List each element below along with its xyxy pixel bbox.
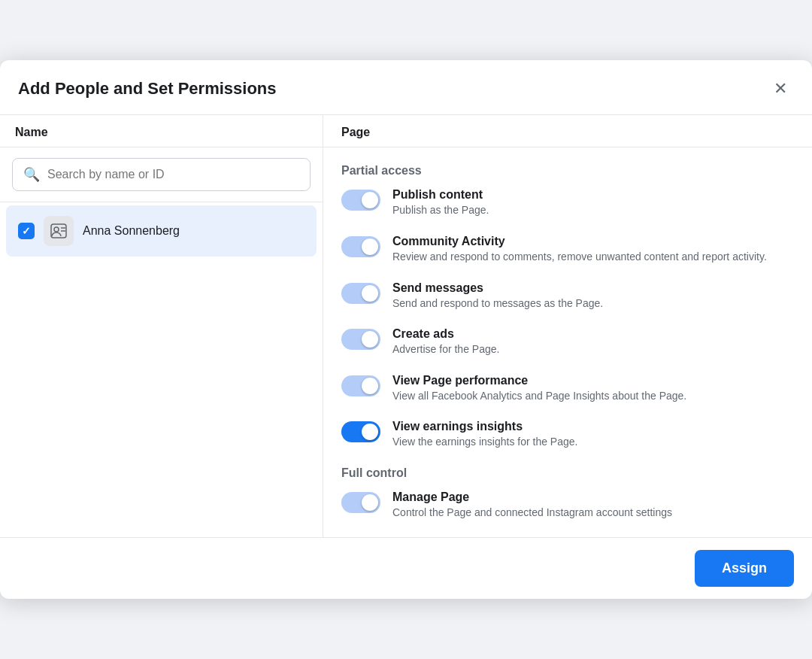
toggle-view-page-performance[interactable] [341,375,380,396]
toggle-create-ads[interactable] [341,329,380,350]
person-checkbox[interactable]: ✓ [18,223,35,239]
perm-info-view-earnings: View earnings insights View the earnings… [392,420,794,450]
modal-footer: Assign [0,537,812,599]
search-icon: 🔍 [23,166,40,183]
perm-name-send-messages: Send messages [392,281,794,295]
name-column-header: Name [0,115,323,147]
modal: Add People and Set Permissions ✕ Name 🔍 … [0,60,812,598]
perm-info-send-messages: Send messages Send and respond to messag… [392,281,794,311]
search-input[interactable] [47,168,299,181]
svg-point-1 [54,227,59,232]
perm-info-manage-page: Manage Page Control the Page and connect… [392,490,794,521]
close-icon: ✕ [774,79,787,99]
perm-desc-publish-content: Publish as the Page. [392,203,794,218]
avatar [44,216,74,246]
page-column-header: Page [323,115,812,147]
perm-name-publish-content: Publish content [392,188,794,202]
permission-item-send-messages: Send messages Send and respond to messag… [341,281,794,311]
modal-title: Add People and Set Permissions [18,79,277,99]
perm-info-create-ads: Create ads Advertise for the Page. [392,327,794,357]
perm-name-create-ads: Create ads [392,327,794,341]
toggle-send-messages[interactable] [341,283,380,304]
person-list-item[interactable]: ✓ Anna Sonnenberg [6,205,317,257]
perm-name-community-activity: Community Activity [392,235,794,248]
search-container: 🔍 [0,147,323,202]
permission-item-manage-page: Manage Page Control the Page and connect… [341,490,794,521]
modal-header: Add People and Set Permissions ✕ [0,60,812,115]
toggle-manage-page[interactable] [341,492,380,513]
full-control-section: Full control Manage Page Control the Pag… [341,466,794,521]
permission-item-view-earnings: View earnings insights View the earnings… [341,420,794,450]
assign-button[interactable]: Assign [695,550,794,587]
permission-item-create-ads: Create ads Advertise for the Page. [341,327,794,357]
perm-desc-community-activity: Review and respond to comments, remove u… [392,250,794,265]
perm-desc-view-earnings: View the earnings insights for the Page. [392,435,794,450]
modal-body: Name 🔍 ✓ [0,115,812,536]
permissions-scroll: Partial access Publish content Publish a… [323,147,812,536]
left-panel: Name 🔍 ✓ [0,115,323,536]
perm-name-manage-page: Manage Page [392,490,794,504]
person-list: ✓ Anna Sonnenberg [0,202,323,536]
search-box: 🔍 [12,158,311,191]
permission-item-view-page-performance: View Page performance View all Facebook … [341,374,794,404]
toggle-view-earnings[interactable] [341,421,380,442]
close-button[interactable]: ✕ [767,75,794,102]
perm-info-community-activity: Community Activity Review and respond to… [392,235,794,265]
perm-desc-send-messages: Send and respond to messages as the Page… [392,296,794,311]
checkmark-icon: ✓ [22,225,31,237]
toggle-community-activity[interactable] [341,236,380,257]
perm-info-publish-content: Publish content Publish as the Page. [392,188,794,218]
permission-item-community-activity: Community Activity Review and respond to… [341,235,794,265]
partial-access-section-title: Partial access [341,164,794,178]
toggle-publish-content[interactable] [341,190,380,211]
full-control-section-title: Full control [341,466,794,480]
perm-desc-manage-page: Control the Page and connected Instagram… [392,506,794,521]
perm-info-view-page-performance: View Page performance View all Facebook … [392,374,794,404]
perm-name-view-earnings: View earnings insights [392,420,794,433]
perm-name-view-page-performance: View Page performance [392,374,794,387]
person-card-icon [50,222,68,240]
person-name: Anna Sonnenberg [83,224,180,238]
permission-item-publish-content: Publish content Publish as the Page. [341,188,794,218]
perm-desc-view-page-performance: View all Facebook Analytics and Page Ins… [392,389,794,404]
right-panel: Page Partial access Publish content Publ… [323,115,812,536]
perm-desc-create-ads: Advertise for the Page. [392,342,794,357]
